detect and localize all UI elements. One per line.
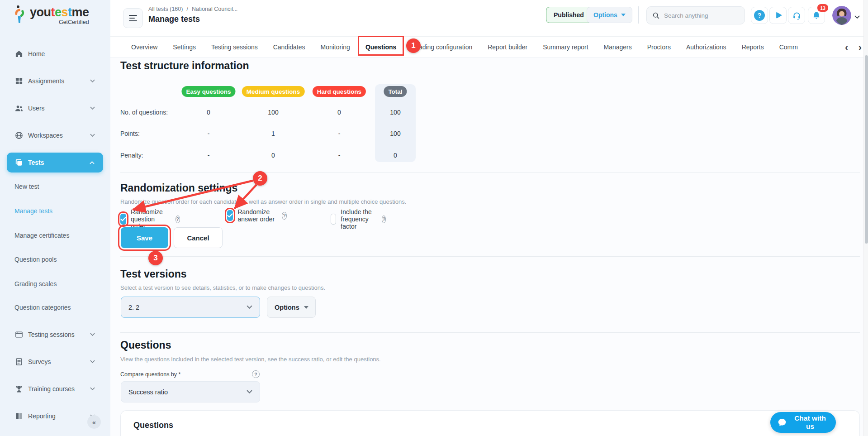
tab-authorizations[interactable]: Authorizations: [686, 43, 726, 51]
brand-logo[interactable]: youtestme GetCertified: [14, 5, 89, 27]
sidebar-item-users[interactable]: Users: [0, 98, 110, 118]
profile-chevron-down-icon[interactable]: [854, 13, 860, 21]
tab-settings[interactable]: Settings: [173, 43, 196, 51]
tab-proctors[interactable]: Proctors: [647, 43, 671, 51]
tab-managers[interactable]: Managers: [604, 43, 632, 51]
checkbox-include-the-frequency-factor[interactable]: [331, 214, 336, 225]
surveys-icon: [14, 357, 24, 366]
info-icon[interactable]: ?: [282, 212, 286, 220]
published-status-button[interactable]: Published: [546, 7, 592, 23]
page-scrollbar: [863, 0, 868, 436]
divider: [120, 172, 860, 172]
checkbox-randomize-question-order[interactable]: [120, 214, 126, 225]
tab-monitoring[interactable]: Monitoring: [321, 43, 350, 51]
chevron-down-icon: [90, 134, 95, 137]
breadcrumb-test-name[interactable]: National Council...: [192, 6, 237, 12]
info-icon[interactable]: ?: [175, 216, 180, 223]
checkbox-group-randomize-answer-order: Randomize answer order?: [227, 208, 287, 223]
sidebar-item-label: Manage certificates: [14, 232, 69, 239]
sidebar-item-new-test[interactable]: New test: [0, 177, 110, 196]
annotation-step-1: 1: [406, 38, 421, 53]
hamburger-menu-icon[interactable]: [123, 8, 143, 28]
sidebar-item-testing-sessions[interactable]: Testing sessions: [0, 325, 110, 345]
notifications-button[interactable]: 13: [808, 7, 825, 24]
test-version-select[interactable]: 2. 2: [121, 297, 260, 318]
header-divider: [638, 6, 639, 24]
table-cell: -: [312, 152, 366, 159]
version-options-button[interactable]: Options: [267, 297, 316, 318]
info-icon[interactable]: ?: [382, 216, 386, 223]
tab-grading-configuration[interactable]: Grading configuration: [412, 43, 472, 51]
sidebar-collapse-button[interactable]: «: [87, 415, 101, 429]
checkbox-group-randomize-question-order: Randomize question order?: [120, 208, 180, 230]
help-button[interactable]: ?: [751, 7, 768, 24]
sidebar: youtestme GetCertified HomeAssignmentsUs…: [0, 0, 110, 436]
table-cell: 0: [368, 152, 422, 159]
column-badge-total: Total: [384, 86, 407, 97]
reporting-icon: [14, 412, 24, 421]
tutorial-play-button[interactable]: [769, 7, 787, 24]
tab-report-builder[interactable]: Report builder: [488, 43, 527, 51]
sidebar-item-workspaces[interactable]: Workspaces: [0, 125, 110, 145]
checkbox-label: Randomize question order: [131, 208, 171, 230]
section-title-randomization: Randomization settings: [120, 182, 237, 194]
chevron-down-icon: [304, 306, 308, 309]
tab-reports[interactable]: Reports: [742, 43, 764, 51]
tabs-scroll-right-icon[interactable]: ›: [859, 37, 862, 57]
sidebar-item-label: Grading scales: [14, 280, 57, 287]
section-title-questions: Questions: [120, 339, 171, 351]
sidebar-item-label: Training courses: [28, 385, 75, 393]
sidebar-item-question-categories[interactable]: Question categories: [0, 297, 110, 317]
table-cell: 1: [246, 130, 300, 137]
sidebar-item-question-pools[interactable]: Question pools: [0, 249, 110, 269]
sidebar-item-manage-tests[interactable]: Manage tests: [0, 201, 110, 221]
sidebar-item-label: New test: [14, 183, 39, 190]
tab-candidates[interactable]: Candidates: [273, 43, 305, 51]
table-cell: 100: [246, 109, 300, 116]
breadcrumb-all-tests[interactable]: All tests (160): [148, 6, 183, 12]
table-cell: -: [181, 152, 236, 159]
cancel-button[interactable]: Cancel: [174, 227, 223, 248]
tab-testing-sessions[interactable]: Testing sessions: [211, 43, 258, 51]
sidebar-item-grading-scales[interactable]: Grading scales: [0, 274, 110, 294]
headset-icon: [792, 11, 802, 20]
chevron-up-icon: [90, 161, 95, 164]
sidebar-item-label: Assignments: [28, 77, 64, 85]
section-title-test-structure: Test structure information: [120, 60, 249, 72]
checkbox-label: Include the frequency factor: [341, 208, 377, 230]
sidebar-item-manage-certificates[interactable]: Manage certificates: [0, 225, 110, 245]
sidebar-item-home[interactable]: Home: [0, 44, 110, 64]
sidebar-item-tests[interactable]: Tests: [7, 153, 103, 172]
checkbox-group-include-the-frequency-factor: Include the frequency factor?: [331, 208, 386, 230]
row-label-penalty: Penalty:: [120, 152, 143, 159]
workspaces-icon: [14, 131, 24, 140]
sidebar-item-surveys[interactable]: Surveys: [0, 352, 110, 372]
column-badge-easy-questions: Easy questions: [181, 86, 235, 97]
tab-summary-report[interactable]: Summary report: [543, 43, 588, 51]
sidebar-item-label: Workspaces: [28, 132, 63, 139]
chat-with-us-button[interactable]: Chat with us: [770, 412, 836, 433]
support-button[interactable]: [788, 7, 805, 24]
tab-questions[interactable]: Questions: [365, 43, 396, 51]
checkbox-randomize-answer-order[interactable]: [227, 210, 233, 221]
scrollbar-thumb[interactable]: [865, 55, 868, 244]
info-icon[interactable]: ?: [252, 370, 260, 378]
compare-questions-select[interactable]: Success ratio: [121, 381, 260, 402]
sidebar-item-training-courses[interactable]: Training courses: [0, 379, 110, 399]
tabs-scroll-left-icon[interactable]: ‹: [845, 37, 848, 57]
save-button[interactable]: Save: [121, 227, 168, 248]
top-header: All tests (160) / National Council... Ma…: [110, 0, 868, 37]
sidebar-item-assignments[interactable]: Assignments: [0, 71, 110, 91]
annotation-step-3: 3: [148, 251, 163, 265]
search-input[interactable]: [664, 12, 736, 19]
tests-icon: [14, 158, 24, 167]
avatar[interactable]: [832, 6, 851, 25]
page-title: Manage tests: [148, 14, 237, 24]
tab-comm[interactable]: Comm: [779, 43, 798, 51]
tab-overview[interactable]: Overview: [131, 43, 157, 51]
questions-subtitle: View the questions included in the selec…: [120, 356, 381, 363]
table-cell: -: [312, 130, 366, 137]
table-cell: 0: [312, 109, 366, 116]
header-options-button[interactable]: Options: [587, 7, 632, 23]
sidebar-item-label: Question pools: [14, 256, 57, 263]
